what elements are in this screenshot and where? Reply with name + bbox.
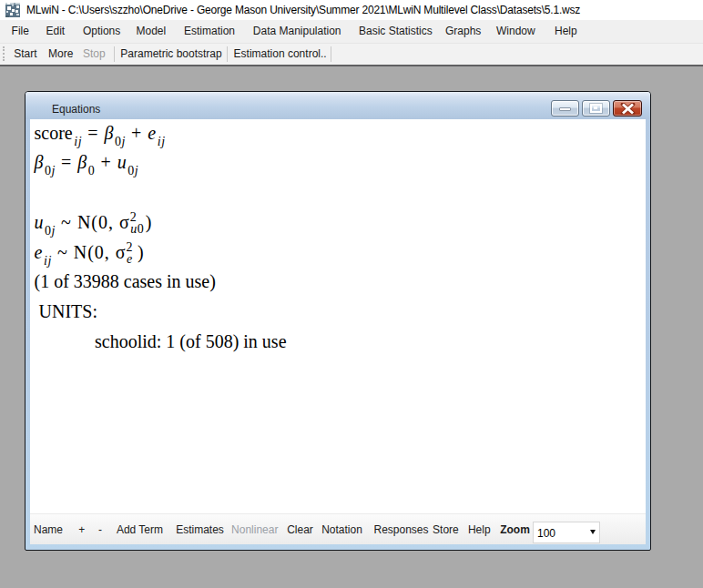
menubar: FileEditOptionsModelEstimationData Manip… [0,20,703,43]
menu-item-graphs[interactable]: Graphs [445,20,481,43]
equations-button-estimates[interactable]: Estimates [176,524,224,536]
equation-line[interactable]: UNITS: [30,297,646,327]
equations-button-nonlinear[interactable]: Nonlinear [231,524,278,536]
menu-item-basic-statistics[interactable]: Basic Statistics [359,20,433,43]
toolbar-button-estimation-control[interactable]: Estimation control.. [234,44,327,65]
equations-button-responses[interactable]: Responses [374,524,429,536]
equations-button-[interactable]: + [78,524,85,536]
toolbar-bottom-edge [0,65,703,66]
equation-term[interactable]: ) [146,212,153,232]
equation-term[interactable]: e [148,123,156,143]
close-icon [620,103,636,115]
app-title: MLwiN - C:\Users\szzho\OneDrive - George… [26,4,580,16]
equation-term[interactable]: β [77,152,87,172]
equations-button-zoom[interactable]: Zoom [500,524,530,536]
equation-term[interactable]: u [35,212,44,232]
screen: MLwiN - C:\Users\szzho\OneDrive - George… [0,0,703,588]
minimize-button[interactable] [551,100,579,117]
menu-item-help[interactable]: Help [555,20,577,43]
equation-term[interactable]: (1 of 33988 cases in use) [35,271,216,291]
main-toolbar: StartMoreStopParametric bootstrapEstimat… [0,43,703,65]
equation-term[interactable]: 0 [115,135,122,148]
equations-button-store[interactable]: Store [433,524,459,536]
toolbar-grip-handle[interactable] [3,46,5,61]
toolbar-separator [331,46,331,62]
close-button[interactable] [613,100,642,117]
equation-term[interactable]: e [35,242,43,262]
zoom-combobox[interactable]: 100 [533,522,600,544]
restore-icon [590,104,602,113]
equation-term[interactable]: β [104,123,113,143]
app-titlebar: MLwiN - C:\Users\szzho\OneDrive - George… [0,0,703,20]
equation-line[interactable]: scoreij = β0j + eij [30,118,646,148]
equation-term[interactable]: = [82,123,104,143]
equation-term[interactable]: 0 [127,164,135,177]
equation-line[interactable]: (1 of 33988 cases in use) [30,267,646,297]
menu-item-model[interactable]: Model [137,20,167,43]
app-icon [5,3,20,17]
zoom-value: 100 [537,528,555,539]
zoom-dropdown-arrow-icon[interactable] [590,530,596,534]
equation-term[interactable]: j [135,164,139,177]
equations-client-area: scoreij = β0j + eijβ0j = β0 + u0ju0j ~ N… [30,119,646,544]
minimize-icon [559,107,571,111]
equation-term[interactable]: ~ N(0, σ [56,212,130,232]
equation-term[interactable]: 0 [45,224,52,238]
equation-term[interactable]: = [56,152,77,172]
menu-item-data-manipulation[interactable]: Data Manipulation [253,20,341,43]
menu-item-options[interactable]: Options [83,20,120,43]
menu-item-file[interactable]: File [12,20,29,43]
equation-term[interactable]: ) [138,242,145,262]
equation-term[interactable]: schoolid: 1 (of 508) in use [95,331,287,351]
equation-blank-line [30,177,646,208]
equation-term[interactable]: 0 [45,164,52,177]
toolbar-button-stop[interactable]: Stop [83,44,106,65]
subscript: u0 [130,223,144,236]
equations-button-notation[interactable]: Notation [321,524,362,536]
equation-line[interactable]: schoolid: 1 (of 508) in use [30,327,646,357]
menu-item-window[interactable]: Window [496,20,535,43]
equations-button-name[interactable]: Name [34,524,63,536]
toolbar-separator [114,46,115,62]
equation-term[interactable]: ij [74,135,82,148]
restore-button[interactable] [582,100,610,117]
equations-button-add-term[interactable]: Add Term [117,524,163,536]
equations-button-clear[interactable]: Clear [287,524,313,536]
toolbar-button-parametric-bootstrap[interactable]: Parametric bootstrap [120,44,221,65]
equations-window-title: Equations [52,103,100,116]
toolbar-button-start[interactable]: Start [14,44,36,65]
equation-line[interactable]: β0j = β0 + u0j [30,147,646,177]
equation-term[interactable]: u [117,152,127,172]
menu-item-estimation[interactable]: Estimation [184,20,235,43]
equation-term[interactable]: score [35,123,73,143]
toolbar-button-more[interactable]: More [48,44,73,65]
equations-toolbar: Name+-Add TermEstimatesNonlinearClearNot… [30,513,646,544]
equation-term[interactable]: UNITS: [35,301,97,321]
equation-term[interactable]: + [126,123,148,143]
equations-content: scoreij = β0j + eijβ0j = β0 + u0ju0j ~ N… [30,118,646,357]
equation-line[interactable]: eij ~ N(0, σ2e) [30,238,646,268]
equation-line[interactable]: u0j ~ N(0, σ2u0) [30,208,646,238]
equation-term[interactable]: ij [158,135,166,148]
equation-term[interactable]: + [95,152,117,172]
equations-button-[interactable]: - [98,524,102,536]
equations-titlebar[interactable]: Equations [25,92,650,119]
subscript: e [127,253,133,266]
equation-term[interactable]: β [35,152,44,172]
toolbar-separator [227,46,228,62]
equation-term[interactable]: ij [44,254,52,268]
menu-item-edit[interactable]: Edit [46,20,66,43]
equations-button-help[interactable]: Help [468,524,491,536]
equations-window: Equations scoreij = β0j + eijβ0j = β0 + … [25,91,651,551]
equation-term[interactable]: ~ N(0, σ [52,242,127,262]
